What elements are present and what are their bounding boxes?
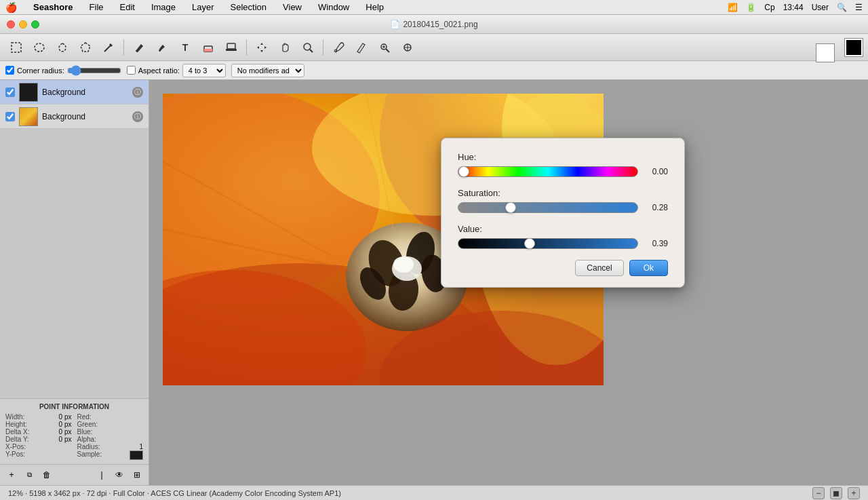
corner-radius-slider[interactable] [67, 66, 121, 75]
value-slider[interactable] [458, 238, 638, 249]
minimize-button[interactable] [19, 20, 27, 28]
stamp-tool[interactable] [220, 37, 242, 58]
pencil2-tool[interactable] [351, 37, 372, 58]
svg-marker-2 [81, 43, 90, 52]
value-row: Value: 0.39 [458, 224, 668, 249]
eyedropper-tool[interactable] [328, 37, 349, 58]
menu-seashore[interactable]: Seashore [31, 2, 76, 12]
saturation-value: 0.28 [644, 203, 668, 212]
background-color-swatch[interactable] [816, 44, 834, 62]
delta-y-value: 0 px [59, 436, 72, 443]
lasso-tool[interactable] [52, 37, 73, 58]
move-tool[interactable] [251, 37, 273, 58]
sample-swatch [130, 450, 143, 460]
svg-line-3 [104, 45, 111, 52]
radius-value: 1 [139, 443, 143, 450]
zoom-out-button[interactable]: − [812, 487, 825, 499]
layer-info-0[interactable]: ⓘ [132, 87, 143, 98]
height-label: Height: [5, 421, 27, 428]
point-info-grid: Width:0 px Height:0 px Delta X:0 px Delt… [5, 413, 143, 460]
hsv-dialog: Hue: 0.00 Saturation: 0.28 Value: 0.39 [441, 138, 685, 288]
aspect-ratio-group: Aspect ratio: 4 to 3 16 to 9 1 to 1 [127, 64, 226, 77]
brush-tool[interactable] [151, 37, 173, 58]
hue-slider[interactable] [458, 166, 638, 177]
red-label: Red: [77, 413, 92, 421]
hand-tool[interactable] [274, 37, 296, 58]
corner-radius-checkbox[interactable] [5, 66, 14, 75]
modifiers-select[interactable]: No modifiers ad [231, 64, 304, 77]
hue-label: Hue: [458, 152, 668, 162]
search-icon[interactable]: 🔍 [837, 3, 847, 12]
cp-label: Cp [764, 3, 774, 12]
zoom-fit-button[interactable]: ◼ [830, 487, 842, 499]
panel-toggle-button[interactable]: | [94, 467, 109, 482]
foreground-color-swatch[interactable] [845, 39, 863, 56]
filename: 20180415_0021.png [403, 20, 477, 29]
svg-point-1 [35, 43, 44, 52]
svg-line-15 [386, 49, 389, 52]
layer-visibility-1[interactable] [5, 112, 15, 121]
cancel-button[interactable]: Cancel [575, 260, 623, 276]
aspect-ratio-select[interactable]: 4 to 3 16 to 9 1 to 1 [182, 64, 226, 77]
ok-button[interactable]: Ok [629, 260, 668, 276]
grid-toggle-button[interactable]: ⊞ [130, 467, 144, 482]
menu-bar-right: 📶 🔋 Cp 13:44 User 🔍 ☰ [728, 3, 863, 12]
separator2 [246, 39, 247, 56]
layer-item-background-flower[interactable]: Background ⓘ [0, 104, 149, 129]
menu-edit[interactable]: Edit [117, 2, 138, 12]
transform-tool[interactable] [397, 37, 418, 58]
corner-radius-label: Corner radius: [17, 66, 64, 75]
rectangular-select-tool[interactable] [5, 37, 27, 58]
menu-window[interactable]: Window [315, 2, 352, 12]
delta-y-label: Delta Y: [5, 436, 29, 443]
green-label: Green: [77, 421, 98, 428]
saturation-row: Saturation: 0.28 [458, 188, 668, 213]
file-icon: 📄 [390, 20, 400, 29]
title-bar: 📄 20180415_0021.png [0, 15, 868, 34]
layer-visibility-0[interactable] [5, 88, 15, 97]
menu-selection[interactable]: Selection [228, 2, 269, 12]
maximize-button[interactable] [31, 20, 39, 28]
aspect-ratio-checkbox[interactable] [127, 66, 136, 75]
svg-point-11 [304, 43, 311, 50]
elliptical-select-tool[interactable] [28, 37, 50, 58]
wand-tool[interactable] [98, 37, 119, 58]
magnify-tool[interactable] [374, 37, 395, 58]
layer-name-0: Background [42, 88, 128, 97]
zoom-in-tool[interactable] [297, 37, 319, 58]
layer-info-1[interactable]: ⓘ [132, 111, 143, 122]
visibility-toggle-button[interactable]: 👁 [112, 467, 127, 482]
saturation-slider[interactable] [458, 202, 638, 213]
menu-help[interactable]: Help [363, 2, 387, 12]
layer-item-background-black[interactable]: Background ⓘ [0, 80, 149, 104]
saturation-label: Saturation: [458, 188, 668, 198]
add-layer-button[interactable]: + [4, 467, 19, 482]
battery-icon: 🔋 [746, 3, 756, 12]
options-bar: Corner radius: Aspect ratio: 4 to 3 16 t… [0, 61, 868, 80]
polygon-select-tool[interactable] [75, 37, 96, 58]
dialog-buttons: Cancel Ok [458, 260, 668, 276]
svg-point-34 [393, 256, 414, 273]
pencil-tool[interactable] [128, 37, 150, 58]
close-button[interactable] [7, 20, 15, 28]
user-label: User [812, 3, 829, 12]
menu-view[interactable]: View [280, 2, 304, 12]
menu-file[interactable]: File [87, 2, 106, 12]
menu-layer[interactable]: Layer [189, 2, 217, 12]
hue-value: 0.00 [644, 167, 668, 176]
delete-layer-button[interactable]: 🗑 [39, 467, 54, 482]
value-value: 0.39 [644, 239, 668, 248]
main-area: Background ⓘ Background ⓘ POINT INFORMAT… [0, 80, 868, 485]
separator1 [123, 39, 124, 56]
notification-icon[interactable]: ☰ [855, 3, 863, 12]
menu-image[interactable]: Image [149, 2, 178, 12]
toolbar: T [0, 34, 868, 61]
eraser-tool[interactable] [197, 37, 219, 58]
svg-rect-8 [227, 43, 235, 49]
svg-rect-0 [12, 43, 21, 52]
duplicate-layer-button[interactable]: ⧉ [22, 467, 37, 482]
text-tool[interactable]: T [174, 37, 196, 58]
aspect-ratio-label: Aspect ratio: [138, 66, 180, 75]
zoom-in-button[interactable]: + [848, 487, 860, 499]
apple-menu[interactable]: 🍎 [5, 2, 17, 13]
